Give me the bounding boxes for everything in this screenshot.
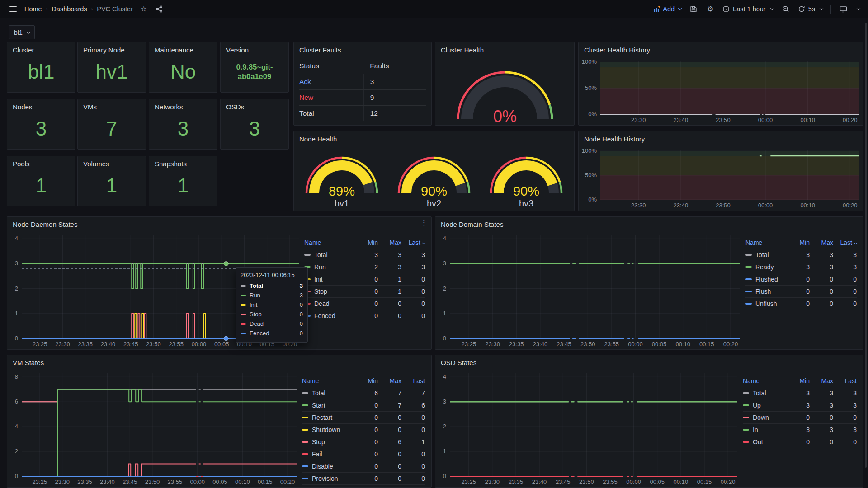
legend-header-name[interactable]: Name xyxy=(304,239,354,246)
stat-maintenance-title[interactable]: Maintenance xyxy=(149,42,217,55)
zoom-out-icon[interactable] xyxy=(781,5,790,14)
panel-menu-icon[interactable]: ⋮ xyxy=(420,219,427,226)
add-panel-icon xyxy=(653,5,660,13)
stat-networks-title[interactable]: Networks xyxy=(149,99,217,112)
legend-last: 0 xyxy=(401,300,425,307)
legend-header-last[interactable]: Last xyxy=(833,239,857,246)
node-health-history-title[interactable]: Node Health History xyxy=(579,131,863,144)
cluster-health-gauge-svg: 0% xyxy=(446,56,564,125)
legend-last: 0 xyxy=(833,414,857,421)
stat-osds-title[interactable]: OSDs xyxy=(221,99,288,112)
cluster-faults-title[interactable]: Cluster Faults xyxy=(294,42,431,55)
legend-row[interactable]: Stop010 xyxy=(304,285,425,297)
favorite-star-icon[interactable]: ☆ xyxy=(139,5,148,14)
legend-row[interactable]: Flushed000 xyxy=(745,273,857,285)
legend-row[interactable]: Fail000 xyxy=(302,448,425,460)
svg-text:00:10: 00:10 xyxy=(800,117,815,123)
legend-row[interactable]: Total677 xyxy=(302,387,425,399)
node-daemon-states-title[interactable]: Node Daemon States xyxy=(7,217,431,229)
stat-primary-node-title[interactable]: Primary Node xyxy=(78,42,146,55)
svg-text:3: 3 xyxy=(443,260,446,267)
dashboard-settings-icon[interactable]: ⚙ xyxy=(706,5,715,14)
legend-row[interactable]: Disable000 xyxy=(302,460,425,472)
legend-row[interactable]: Run233 xyxy=(304,261,425,273)
legend-header-last[interactable]: Last xyxy=(833,377,857,385)
legend-row[interactable]: In333 xyxy=(743,423,857,436)
legend-row[interactable]: Total333 xyxy=(743,387,857,399)
stat-vms-title[interactable]: VMs xyxy=(78,99,146,112)
add-button[interactable]: Add xyxy=(653,5,681,13)
legend-header-min[interactable]: Min xyxy=(786,239,810,246)
node-health-history-chart[interactable]: 0%50%100%23:3023:4023:5000:0000:1000:20 xyxy=(579,145,863,211)
legend-header-last[interactable]: Last xyxy=(401,377,425,385)
chevron-down-icon[interactable] xyxy=(857,6,860,10)
legend-header-name[interactable]: Name xyxy=(743,377,786,385)
legend-row[interactable]: Start076 xyxy=(302,399,425,411)
legend-row[interactable]: Stop061 xyxy=(302,436,425,448)
breadcrumb-dashboards[interactable]: Dashboards xyxy=(52,5,87,13)
legend-max: 7 xyxy=(378,389,401,397)
legend-header-name[interactable]: Name xyxy=(745,239,786,246)
stat-cluster-title[interactable]: Cluster xyxy=(7,42,75,55)
legend-header-min[interactable]: Min xyxy=(786,377,810,385)
cluster-health-history-svg[interactable]: 0%50%100%23:3023:4023:5000:0000:1000:20 xyxy=(579,56,863,125)
legend-row[interactable]: Out000 xyxy=(743,436,857,448)
node-domain-states-title[interactable]: Node Domain States xyxy=(435,217,863,229)
tv-kiosk-icon[interactable] xyxy=(839,5,848,14)
legend-row[interactable]: Total333 xyxy=(304,249,425,261)
legend-header-min[interactable]: Min xyxy=(354,239,378,246)
series-color-swatch xyxy=(745,254,752,256)
series-name: Stop xyxy=(312,438,325,446)
osd-states-title[interactable]: OSD States xyxy=(435,355,863,367)
svg-text:23:30: 23:30 xyxy=(485,341,500,347)
vm-states-chart[interactable]: 0246823:2523:3023:3523:4023:4523:5023:55… xyxy=(7,369,301,487)
legend-header-max[interactable]: Max xyxy=(810,239,833,246)
node-health-title[interactable]: Node Health xyxy=(294,131,574,144)
legend-row[interactable]: Down000 xyxy=(743,411,857,423)
share-icon[interactable] xyxy=(155,5,164,14)
cluster-health-history-chart[interactable]: 0%50%100%23:3023:4023:5000:0000:1000:20 xyxy=(579,56,863,125)
legend-row[interactable]: Fenced000 xyxy=(304,310,425,322)
node-domain-states-svg[interactable]: 0123423:2523:3023:3523:4023:4523:5023:55… xyxy=(435,230,745,349)
breadcrumb-home[interactable]: Home xyxy=(24,5,42,13)
cluster-health-title[interactable]: Cluster Health xyxy=(435,42,574,55)
refresh-button[interactable]: 5s xyxy=(798,5,823,13)
page-scrollbar[interactable] xyxy=(865,23,867,468)
osd-states-svg[interactable]: 0123423:2523:3023:3523:4023:4523:5023:55… xyxy=(435,369,742,487)
node-health-history-svg[interactable]: 0%50%100%23:3023:4023:5000:0000:1000:20 xyxy=(579,145,863,211)
legend-row[interactable]: Dead000 xyxy=(304,297,425,310)
vm-states-title[interactable]: VM States xyxy=(7,355,431,367)
legend-header-min[interactable]: Min xyxy=(354,377,378,385)
legend-header-name[interactable]: Name xyxy=(302,377,354,385)
time-range-picker[interactable]: Last 1 hour xyxy=(722,5,774,13)
legend-header-max[interactable]: Max xyxy=(378,239,401,246)
legend-header-max[interactable]: Max xyxy=(378,377,401,385)
legend-row[interactable]: Init010 xyxy=(304,273,425,285)
cluster-health-history-title[interactable]: Cluster Health History xyxy=(579,42,863,55)
refresh-icon xyxy=(798,5,805,13)
legend-row[interactable]: Flush000 xyxy=(745,285,857,297)
legend-row[interactable]: Total333 xyxy=(745,249,857,261)
legend-row[interactable]: Ready333 xyxy=(745,261,857,273)
stat-version-title[interactable]: Version xyxy=(221,42,288,55)
legend-header-max[interactable]: Max xyxy=(810,377,833,385)
variable-selector[interactable]: bl1 xyxy=(9,25,35,39)
hamburger-menu-icon[interactable] xyxy=(8,5,18,13)
stat-pools-title[interactable]: Pools xyxy=(7,156,75,169)
tooltip-row: Fenced0 xyxy=(241,328,303,338)
legend-row[interactable]: Unflush000 xyxy=(745,297,857,310)
stat-volumes-title[interactable]: Volumes xyxy=(78,156,146,169)
vm-states-svg[interactable]: 0246823:2523:3023:3523:4023:4523:5023:55… xyxy=(7,369,301,487)
stat-nodes-title[interactable]: Nodes xyxy=(7,99,75,112)
save-dashboard-icon[interactable] xyxy=(689,5,698,14)
series-name: Ready xyxy=(755,263,774,271)
legend-row[interactable]: Shutdown000 xyxy=(302,423,425,436)
node-domain-states-chart[interactable]: 0123423:2523:3023:3523:4023:4523:5023:55… xyxy=(435,230,745,349)
legend-header-last[interactable]: Last xyxy=(401,239,425,246)
legend-row[interactable]: Provision000 xyxy=(302,472,425,484)
legend-row[interactable]: Up333 xyxy=(743,399,857,411)
legend-row[interactable]: Restart000 xyxy=(302,411,425,423)
legend-row[interactable]: Migrate000 xyxy=(302,484,425,488)
osd-states-chart[interactable]: 0123423:2523:3023:3523:4023:4523:5023:55… xyxy=(435,369,742,487)
stat-snapshots-title[interactable]: Snapshots xyxy=(149,156,217,169)
